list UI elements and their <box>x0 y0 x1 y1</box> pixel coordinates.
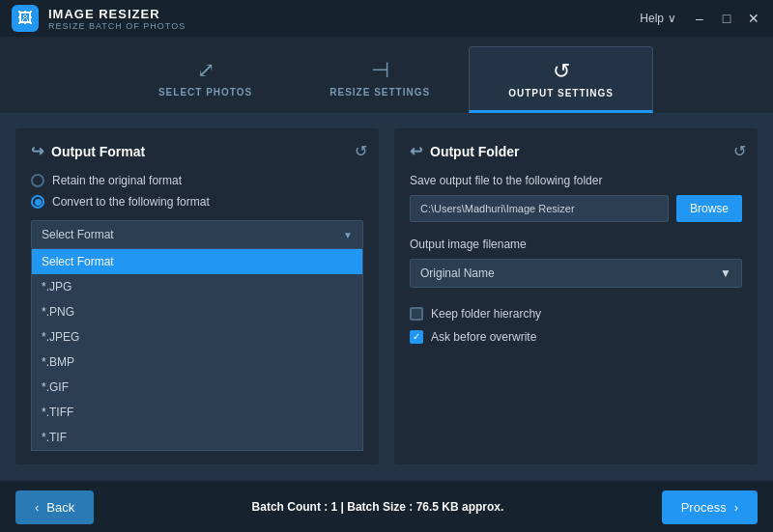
process-label: Process <box>681 500 727 515</box>
filename-label: Output image filename <box>410 238 742 251</box>
window-controls: – □ ✕ <box>692 11 761 26</box>
format-dropdown: Select Format ▼ Select Format *.JPG *.PN… <box>31 220 363 249</box>
output-format-header: ↪ Output Format <box>31 142 363 160</box>
output-format-panel: ↪ Output Format ↺ Retain the original fo… <box>15 128 379 464</box>
app-subtitle: RESIZE BATCH OF PHOTOS <box>48 21 186 31</box>
app-title-block: IMAGE RESIZER RESIZE BATCH OF PHOTOS <box>48 7 186 31</box>
checkbox-ask-overwrite[interactable]: Ask before overwrite <box>410 330 742 344</box>
browse-button[interactable]: Browse <box>676 195 742 222</box>
output-folder-header: ↩ Output Folder <box>410 142 742 160</box>
format-radio-group: Retain the original format Convert to th… <box>31 174 363 209</box>
radio-retain-circle <box>31 174 44 187</box>
keep-hierarchy-checkbox <box>410 307 423 321</box>
format-option-select[interactable]: Select Format <box>32 249 362 274</box>
tab-resize-settings[interactable]: ⊣ RESIZE SETTINGS <box>291 46 469 113</box>
batch-info-text: Batch Count : 1 | Batch Size : 76.5 KB a… <box>252 500 504 514</box>
radio-convert[interactable]: Convert to the following format <box>31 195 363 209</box>
select-photos-label: SELECT PHOTOS <box>158 87 252 98</box>
format-option-jpeg[interactable]: *.JPEG <box>32 324 362 350</box>
ask-overwrite-checkbox <box>410 330 423 344</box>
select-photos-icon: ⤢ <box>197 58 215 83</box>
filename-select-value: Original Name <box>420 266 495 280</box>
output-folder-icon: ↩ <box>410 142 422 160</box>
minimize-button[interactable]: – <box>692 11 707 26</box>
app-icon: 🖼 <box>12 5 39 32</box>
back-label: Back <box>46 500 74 515</box>
output-settings-icon: ↺ <box>553 59 570 84</box>
radio-convert-circle <box>31 195 44 209</box>
resize-settings-icon: ⊣ <box>371 58 389 83</box>
format-option-tiff[interactable]: *.TIFF <box>32 400 362 425</box>
radio-convert-label: Convert to the following format <box>52 195 210 209</box>
output-settings-label: OUTPUT SETTINGS <box>508 88 614 98</box>
resize-settings-label: RESIZE SETTINGS <box>329 87 430 98</box>
format-option-jpg[interactable]: *.JPG <box>32 274 362 299</box>
help-label: Help <box>640 12 664 25</box>
maximize-button[interactable]: □ <box>719 11 734 26</box>
folder-reset-button[interactable]: ↺ <box>733 142 746 160</box>
titlebar: 🖼 IMAGE RESIZER RESIZE BATCH OF PHOTOS H… <box>0 0 773 37</box>
keep-hierarchy-label: Keep folder hierarchy <box>431 307 541 321</box>
main-content: ↪ Output Format ↺ Retain the original fo… <box>0 113 773 480</box>
tab-select-photos[interactable]: ⤢ SELECT PHOTOS <box>120 46 291 113</box>
radio-retain[interactable]: Retain the original format <box>31 174 363 187</box>
save-folder-label: Save output file to the following folder <box>410 174 742 187</box>
app-title: IMAGE RESIZER <box>48 7 186 21</box>
format-dropdown-trigger[interactable]: Select Format ▼ <box>31 220 363 249</box>
footer: ‹ Back Batch Count : 1 | Batch Size : 76… <box>0 482 773 532</box>
format-dropdown-list: Select Format *.JPG *.PNG *.JPEG *.BMP *… <box>31 249 363 451</box>
folder-input-row: Browse <box>410 195 742 222</box>
output-format-icon: ↪ <box>31 142 43 160</box>
back-icon: ‹ <box>35 500 39 515</box>
format-dropdown-value: Select Format <box>42 228 114 241</box>
close-button[interactable]: ✕ <box>746 11 761 26</box>
output-folder-panel: ↩ Output Folder ↺ Save output file to th… <box>394 128 758 464</box>
format-option-png[interactable]: *.PNG <box>32 299 362 324</box>
format-dropdown-arrow-icon: ▼ <box>343 230 353 240</box>
output-folder-title: Output Folder <box>430 144 520 159</box>
wizard-tabs: ⤢ SELECT PHOTOS ⊣ RESIZE SETTINGS ↺ OUTP… <box>0 37 773 113</box>
titlebar-left: 🖼 IMAGE RESIZER RESIZE BATCH OF PHOTOS <box>12 5 186 32</box>
folder-path-input[interactable] <box>410 195 669 222</box>
batch-info: Batch Count : 1 | Batch Size : 76.5 KB a… <box>252 500 504 514</box>
process-button[interactable]: Process › <box>662 490 758 524</box>
filename-select-dropdown[interactable]: Original Name ▼ <box>410 259 742 288</box>
process-icon: › <box>734 500 738 515</box>
help-chevron-icon: ∨ <box>668 12 676 25</box>
format-option-tif[interactable]: *.TIF <box>32 425 362 450</box>
output-format-title: Output Format <box>51 144 145 159</box>
ask-overwrite-label: Ask before overwrite <box>431 330 536 344</box>
checkbox-keep-hierarchy[interactable]: Keep folder hierarchy <box>410 307 742 321</box>
titlebar-right: Help ∨ – □ ✕ <box>640 11 761 26</box>
filename-select-arrow-icon: ▼ <box>720 266 731 280</box>
format-option-bmp[interactable]: *.BMP <box>32 350 362 375</box>
format-reset-button[interactable]: ↺ <box>355 142 367 160</box>
tab-output-settings[interactable]: ↺ OUTPUT SETTINGS <box>469 46 653 113</box>
checkbox-group: Keep folder hierarchy Ask before overwri… <box>410 307 742 344</box>
format-option-gif[interactable]: *.GIF <box>32 375 362 400</box>
back-button[interactable]: ‹ Back <box>15 490 94 524</box>
radio-retain-label: Retain the original format <box>52 174 182 187</box>
help-button[interactable]: Help ∨ <box>640 12 676 25</box>
